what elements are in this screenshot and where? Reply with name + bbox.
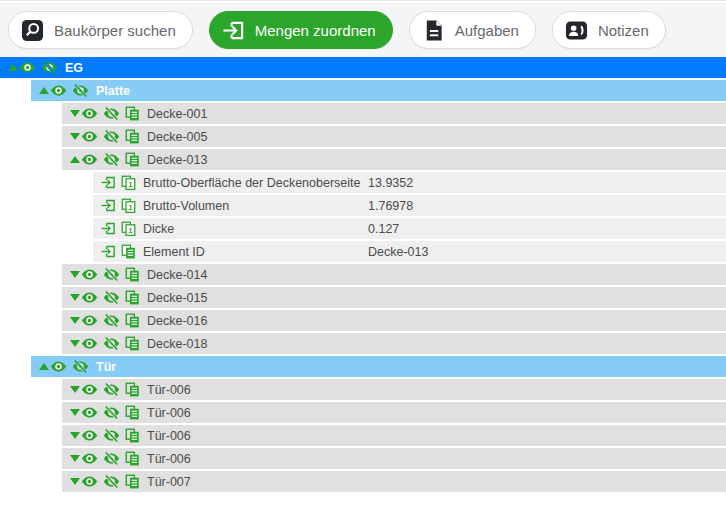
caret-up-icon[interactable] (39, 87, 49, 94)
tree-row-decke-016[interactable]: Decke-016 (62, 310, 726, 331)
properties-icon[interactable] (125, 474, 140, 489)
caret-down-icon[interactable] (70, 133, 80, 140)
tree-row-brutto-volumen[interactable]: 1Brutto-Volumen1.76978 (93, 195, 726, 216)
visibility-on-icon[interactable] (81, 268, 98, 281)
properties-icon[interactable] (125, 428, 140, 443)
visibility-on-icon[interactable] (81, 153, 98, 166)
search-building-elements-button[interactable]: Baukörper suchen (8, 11, 193, 49)
caret-down-icon[interactable] (70, 317, 80, 324)
row-label: Decke-005 (147, 130, 207, 144)
tree-row-brutto-oberflache-der-deckenoberseite[interactable]: 1Brutto-Oberfläche der Deckenoberseite13… (93, 172, 726, 193)
numeric-value-icon: 1 (121, 221, 136, 236)
caret-down-icon[interactable] (70, 340, 80, 347)
assign-quantity-icon[interactable] (101, 198, 116, 213)
row-label: Decke-018 (147, 337, 207, 351)
properties-icon[interactable] (125, 313, 140, 328)
caret-down-icon[interactable] (70, 409, 80, 416)
tree-row-decke-014[interactable]: Decke-014 (62, 264, 726, 285)
visibility-off-icon[interactable] (72, 84, 89, 97)
row-label: Platte (96, 84, 130, 98)
caret-down-icon[interactable] (70, 386, 80, 393)
visibility-on-icon[interactable] (81, 429, 98, 442)
visibility-off-icon[interactable] (103, 107, 120, 120)
tree-row-tur[interactable]: Tür (31, 356, 726, 377)
visibility-off-icon[interactable] (103, 406, 120, 419)
tree-row-decke-013[interactable]: Decke-013 (62, 149, 726, 170)
properties-icon[interactable] (125, 129, 140, 144)
visibility-off-icon[interactable] (103, 452, 120, 465)
visibility-off-icon[interactable] (103, 153, 120, 166)
visibility-on-icon[interactable] (50, 84, 67, 97)
visibility-on-icon[interactable] (81, 314, 98, 327)
properties-icon[interactable] (125, 106, 140, 121)
visibility-on-icon[interactable] (81, 291, 98, 304)
tree-row-platte[interactable]: Platte (31, 80, 726, 101)
visibility-off-icon[interactable] (103, 268, 120, 281)
visibility-on-icon[interactable] (81, 475, 98, 488)
caret-up-icon[interactable] (39, 363, 49, 370)
caret-down-icon[interactable] (70, 294, 80, 301)
visibility-off-icon[interactable] (103, 291, 120, 304)
tree-row-decke-015[interactable]: Decke-015 (62, 287, 726, 308)
tree-row-element-id[interactable]: Element IDDecke-013 (93, 241, 726, 262)
visibility-off-icon[interactable] (103, 383, 120, 396)
caret-down-icon[interactable] (70, 110, 80, 117)
assign-quantity-icon[interactable] (101, 175, 116, 190)
toolbar: Baukörper suchen Mengen zuordnen Aufgabe… (0, 3, 726, 57)
properties-icon[interactable] (125, 290, 140, 305)
text-value-icon (121, 244, 136, 259)
tree-row-tur-006[interactable]: Tür-006 (62, 402, 726, 423)
tree-row-dicke[interactable]: 1Dicke0.127 (93, 218, 726, 239)
tree-row-tur-007[interactable]: Tür-007 (62, 471, 726, 492)
visibility-off-icon[interactable] (72, 360, 89, 373)
property-value: 1.76978 (368, 195, 413, 216)
button-label: Notizen (598, 22, 649, 39)
visibility-on-icon[interactable] (81, 383, 98, 396)
assign-quantity-icon[interactable] (101, 221, 116, 236)
visibility-on-icon[interactable] (50, 360, 67, 373)
visibility-off-icon[interactable] (103, 475, 120, 488)
visibility-on-icon[interactable] (81, 406, 98, 419)
login-arrow-icon (222, 19, 245, 42)
assign-quantity-icon[interactable] (101, 244, 116, 259)
visibility-on-icon[interactable] (81, 452, 98, 465)
tree-row-tur-006[interactable]: Tür-006 (62, 448, 726, 469)
visibility-on-icon[interactable] (81, 107, 98, 120)
notes-button[interactable]: Notizen (552, 11, 666, 49)
row-label: Tür-006 (147, 383, 191, 397)
visibility-off-icon[interactable] (103, 314, 120, 327)
tree-row-decke-005[interactable]: Decke-005 (62, 126, 726, 147)
caret-down-icon[interactable] (70, 478, 80, 485)
visibility-off-icon[interactable] (103, 429, 120, 442)
tree-row-eg[interactable]: EG (0, 57, 726, 78)
row-label: Decke-001 (147, 107, 207, 121)
caret-down-icon[interactable] (70, 432, 80, 439)
properties-icon[interactable] (125, 152, 140, 167)
button-label: Baukörper suchen (54, 22, 176, 39)
tree-row-tur-006[interactable]: Tür-006 (62, 425, 726, 446)
assign-quantities-button[interactable]: Mengen zuordnen (209, 11, 393, 49)
visibility-on-icon[interactable] (81, 130, 98, 143)
tree-row-decke-001[interactable]: Decke-001 (62, 103, 726, 124)
visibility-off-icon[interactable] (41, 61, 58, 74)
properties-icon[interactable] (125, 405, 140, 420)
visibility-on-icon[interactable] (81, 337, 98, 350)
properties-icon[interactable] (125, 382, 140, 397)
caret-up-icon[interactable] (8, 64, 18, 71)
tree-row-tur-006[interactable]: Tür-006 (62, 379, 726, 400)
properties-icon[interactable] (125, 451, 140, 466)
visibility-off-icon[interactable] (103, 130, 120, 143)
tree-row-decke-018[interactable]: Decke-018 (62, 333, 726, 354)
caret-down-icon[interactable] (70, 455, 80, 462)
row-label: EG (65, 61, 83, 75)
property-value: Decke-013 (368, 241, 428, 262)
properties-icon[interactable] (125, 267, 140, 282)
caret-up-icon[interactable] (70, 156, 80, 163)
tasks-button[interactable]: Aufgaben (409, 11, 536, 49)
caret-down-icon[interactable] (70, 271, 80, 278)
row-label: Tür-007 (147, 475, 191, 489)
search-document-icon (21, 19, 44, 42)
properties-icon[interactable] (125, 336, 140, 351)
visibility-off-icon[interactable] (103, 337, 120, 350)
visibility-on-icon[interactable] (19, 61, 36, 74)
